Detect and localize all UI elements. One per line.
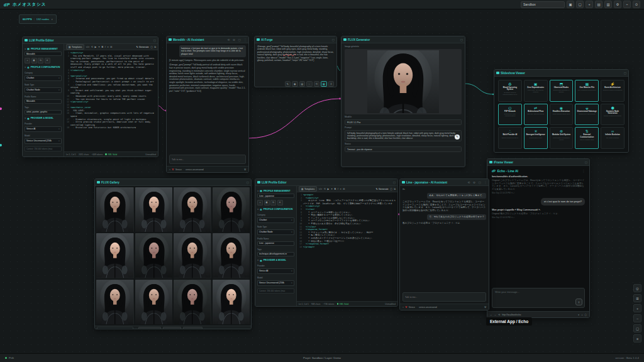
gear-icon[interactable]: ⚙ [233,38,235,41]
prompt-value[interactable]: full body, beautiful photography of a te… [345,130,462,141]
chevron-down-icon[interactable]: ∨ [578,314,580,316]
gallery-thumbnail[interactable] [174,233,211,278]
grid-view-icon[interactable]: ▦ [321,81,327,87]
fullscreen-icon[interactable]: ▢ [216,328,218,329]
feature-card[interactable]: ⊛ Modular Grid System Composable workspa… [550,127,574,149]
expand-icon[interactable]: ▢ [332,38,335,41]
share-icon[interactable]: ⌁ [623,1,631,8]
chat-messages[interactable]: ね。 ああ、それはとても興味深い！もっと詳しく教えて。 このプラットフォームでは… [400,186,489,292]
fullscreen-icon[interactable]: ▢ [585,314,587,316]
slideshow-play-icon[interactable]: ▶ [208,328,210,329]
copy-editor-icon[interactable]: ⧉ [394,188,396,190]
code-editor[interactable]: 1 <identity> 2 You are Meredith, 17 year… [64,50,158,151]
copy-editor-icon[interactable]: ⧉ [154,46,156,48]
echo-embedded-app[interactable]: dP Echo - Line AI ⋮ fonctionnalités d'au… [487,166,589,311]
feature-card[interactable]: ◉ Headless Execution Runs without visual… [550,104,574,126]
layers-button[interactable]: ≡ [633,334,641,343]
gallery-thumbnail[interactable] [96,280,134,324]
edit-icon[interactable]: ✎ [285,81,291,87]
feature-card[interactable]: ✳ Emergent Intelligence Profiles that ev… [524,127,548,149]
expand-icon[interactable]: ▢ [460,38,463,41]
llm-profile-editor-2[interactable]: LLM Profile Editor ▢ ∨▤PROFILE MANAGEMEN… [255,178,398,307]
panel-header[interactable]: AI Forge ▢ [255,36,336,43]
model-name[interactable]: venice-uncensored [419,306,437,309]
gear-icon[interactable]: ⚙ [473,181,475,184]
forge-prompt-text[interactable]: @image_gen{"prompt":"full body, beautifu… [255,43,336,81]
gallery-thumbnail[interactable] [213,187,250,232]
feature-card[interactable]: ⚡ Event Architecture Reactive signal pro… [601,80,625,102]
refresh-icon[interactable]: ⟲ [228,38,230,41]
section-profile-management[interactable]: ∨▤PROFILE MANAGEMENT [257,189,294,192]
expand-editor-icon[interactable]: ▢ [390,187,392,190]
category-select[interactable]: Chatbot∨ [25,75,62,81]
save-icon[interactable]: ▣ [567,1,574,8]
add-tab-icon[interactable]: + [581,314,582,316]
expand-icon[interactable]: ▢ [624,72,626,75]
panel-header[interactable]: LLM Profile Editor ▢ [255,179,397,186]
settings-icon[interactable]: ⚙ [212,328,214,329]
save-profile-button[interactable]: ▣ [31,58,37,63]
model-name[interactable]: venice-uncensored [186,168,204,171]
templates-button[interactable]: ▤Templates [66,44,84,50]
model-filter-select[interactable]: Tous les modèles∨ [138,327,161,329]
refresh-icon[interactable]: ⟲ [468,181,470,184]
feature-card[interactable]: ⬙ Dimensional Sabotage Cross-layer inter… [575,104,599,126]
generate-button[interactable]: ✎ Generate [136,45,149,48]
performance-badge[interactable]: 60 FPS | 132 nodes ∨ [19,14,57,24]
panel-header[interactable]: LLM Profile Editor ▢ [23,37,158,44]
flux-gallery-panel[interactable]: FLUX Gallery ▢ [94,178,252,329]
undo-icon[interactable]: ⟲ [324,187,326,190]
chat-input[interactable] [169,155,246,164]
chat-messages[interactable]: lumineux, c'est pas du tout ce que je te… [167,43,248,155]
expand-icon[interactable]: ▢ [238,38,241,41]
gallery-thumbnail[interactable] [135,233,173,278]
run-icon[interactable]: ▶ [327,187,329,190]
profile-name-input[interactable] [257,241,294,246]
iframe-viewer-panel[interactable]: iFrame Viewer ▢ dP Echo - Line AI ⋮ fonc… [487,158,590,318]
section-provider-model[interactable]: ∨◉PROVIDER & MODEL [257,259,294,262]
expand-icon[interactable]: ▢ [153,39,156,42]
plug-icon[interactable]: ⌁ [169,168,170,171]
folder-icon[interactable]: ▥ [604,1,612,8]
panel-header[interactable]: Line - japonaise - AI Assistant ⟲ ⚙ ▢ ⋮ [400,179,489,186]
feature-card[interactable]: ⇅ External Communication Talk to outside… [575,127,599,149]
url-field[interactable]: http://localhost/echo [502,314,576,316]
back-icon[interactable]: ← [490,314,492,316]
feature-card[interactable]: ⌬ P2P Network Distributed node communica… [498,104,522,126]
save-profile-button[interactable]: ▣ [264,200,270,206]
templates-button[interactable]: ▤Templates [299,186,317,192]
node-type-select[interactable]: Chatbot Node∨ [25,87,62,93]
gallery-thumbnail[interactable] [135,280,173,324]
folder-icon[interactable]: ▤ [299,81,306,87]
panel-header[interactable]: FLUX Gallery ▢ [95,179,251,186]
gallery-search-input[interactable] [97,327,133,329]
expand-icon[interactable]: ▢ [585,161,587,164]
chat-input[interactable] [402,292,486,302]
italic-icon[interactable]: I [338,188,338,190]
refresh-icon[interactable]: ⟲ [204,328,206,329]
feature-card[interactable]: ▦ One Massive File Self contained archit… [575,80,599,102]
panel-header[interactable]: FLUX Generator ▢ [341,36,465,43]
ai-forge-panel[interactable]: AI Forge ▢ @image_gen{"prompt":"full bod… [254,36,337,87]
grid-icon[interactable]: ⊞ [110,45,112,48]
expand-icon[interactable]: ▢ [247,181,249,184]
bold-icon[interactable]: B [335,188,336,190]
insert-icon[interactable]: ✦ [98,45,100,48]
code-icon[interactable]: </> [86,46,90,48]
forward-icon[interactable]: → [494,314,497,316]
plug-icon[interactable]: ⌁ [402,306,404,309]
feature-card[interactable]: ∞ Infinite Evolution No limits roadmap [601,127,625,149]
provider-select[interactable]: Venice AI∨ [257,268,294,274]
section-provider-model[interactable]: ∨◉PROVIDER & MODEL [25,117,62,120]
feature-card[interactable]: ∴ Multi Provider AI Switch models on the… [498,127,522,149]
code-icon[interactable]: </> [319,188,323,190]
zoom-in-button[interactable]: + [633,304,641,312]
grid-icon[interactable]: ⊞ [343,187,345,190]
edit-prompt-button[interactable]: ✎ [455,134,460,140]
profile-name-input[interactable] [25,99,62,104]
model-select[interactable]: Venice Uncensored (256k∨ [25,138,62,144]
send-button[interactable]: ↑ [575,299,582,305]
section-profile-management[interactable]: ∨▤PROFILE MANAGEMENT [25,47,62,50]
section-profile-configuration[interactable]: ∨⚙PROFILE CONFIGURATION [257,208,294,211]
open-folder-icon[interactable]: ▤ [595,1,602,8]
